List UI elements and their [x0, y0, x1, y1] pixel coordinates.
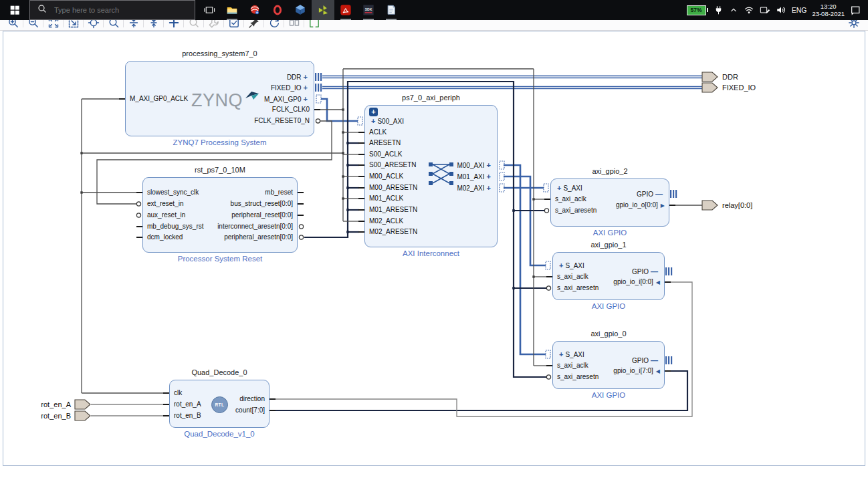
- port-gpio_io_i[0:0][interactable]: gpio_io_i[0:0]◀: [557, 277, 660, 287]
- wifi-icon[interactable]: [744, 5, 754, 15]
- port-mb_reset[interactable]: mb_reset: [147, 187, 293, 198]
- port-label: S00_ACLK: [369, 150, 402, 158]
- volume-icon[interactable]: [776, 5, 786, 15]
- port-FCLK_RESET0_N[interactable]: FCLK_RESET0_N: [130, 116, 310, 126]
- interface-plus-icon[interactable]: +: [487, 172, 491, 180]
- block-title: processing_system7_0: [120, 49, 320, 57]
- port-count[7:0][interactable]: count[7:0]: [174, 405, 265, 416]
- port-label: gpio_io_o[0:0]: [616, 201, 658, 209]
- pen-input-icon[interactable]: [760, 5, 770, 15]
- port-ARESETN[interactable]: ARESETN: [369, 138, 493, 148]
- port-label: M01_AXI: [457, 173, 484, 180]
- port-label: interconnect_aresetn[0:0]: [217, 223, 293, 230]
- port-label: M02_ACLK: [369, 217, 403, 225]
- block-sublabel: AXI GPIO: [508, 391, 709, 399]
- port-label: FIXED_IO: [271, 84, 302, 92]
- port-M02_AXI[interactable]: M02_AXI+: [369, 182, 493, 193]
- port-DDR[interactable]: DDR+: [130, 72, 310, 82]
- file-explorer-taskbar-icon[interactable]: [221, 0, 243, 20]
- app-window: Diagram ?–×: [0, 0, 868, 488]
- port-GPIO[interactable]: GPIO—: [555, 189, 665, 199]
- notes-app-taskbar-icon[interactable]: [380, 0, 403, 20]
- port-label: bus_struct_reset[0:0]: [231, 200, 293, 207]
- port-label: FCLK_RESET0_N: [254, 117, 310, 124]
- port-direction[interactable]: direction: [174, 394, 265, 404]
- battery-indicator[interactable]: 57%: [687, 5, 708, 15]
- block-sublabel: AXI GPIO: [510, 229, 710, 237]
- interface-plus-icon[interactable]: +: [487, 184, 491, 192]
- port-label: S00_AXI: [377, 118, 403, 125]
- port-interconnect_aresetn[0:0][interactable]: interconnect_aresetn[0:0]: [147, 221, 293, 232]
- port-label: ACLK: [369, 128, 387, 136]
- port-gpio_io_i[7:0][interactable]: gpio_io_i[7:0]◀: [557, 366, 660, 376]
- interface-collapse-icon[interactable]: —: [651, 356, 658, 364]
- port-peripheral_aresetn[0:0][interactable]: peripheral_aresetn[0:0]: [147, 232, 293, 243]
- block-title: Quad_Decode_0: [119, 368, 320, 376]
- port-ACLK[interactable]: ACLK: [369, 127, 493, 138]
- block-title: axi_gpio_0: [508, 330, 709, 338]
- port-M_AXI_GP0[interactable]: M_AXI_GP0+: [130, 94, 310, 104]
- xilinx-sdk-taskbar-icon[interactable]: SDK: [357, 0, 380, 20]
- port-label: mb_reset: [265, 189, 293, 196]
- port-S00_AXI[interactable]: +S00_AXI: [369, 116, 493, 126]
- block-title: ps7_0_axi_periph: [331, 94, 532, 102]
- clock[interactable]: 13:20 23-08-2021: [812, 3, 845, 18]
- external-port-label: rot_en_A: [17, 399, 71, 410]
- interface-plus-icon[interactable]: +: [304, 95, 308, 103]
- action-center-icon[interactable]: [850, 5, 861, 16]
- hidden-icons-chevron-icon[interactable]: [729, 5, 738, 15]
- port-label: ARESETN: [369, 139, 401, 146]
- virtualbox-taskbar-icon[interactable]: [289, 0, 312, 20]
- date: 23-08-2021: [812, 10, 845, 17]
- output-arrow-icon: ▶: [661, 203, 665, 209]
- system-tray: 57% ENG 13:20 23-08-2021: [687, 3, 868, 18]
- comm-app-taskbar-icon[interactable]: [243, 0, 266, 20]
- input-arrow-icon: ◀: [656, 279, 660, 285]
- port-M00_AXI[interactable]: M00_AXI+: [369, 160, 493, 170]
- interface-plus-icon[interactable]: +: [304, 73, 308, 81]
- input-arrow-icon: ◀: [656, 368, 660, 374]
- port-FCLK_CLK0[interactable]: FCLK_CLK0: [130, 104, 310, 115]
- port-GPIO[interactable]: GPIO—: [557, 266, 660, 277]
- block-sublabel: AXI GPIO: [508, 302, 709, 310]
- port-gpio_io_o[0:0][interactable]: gpio_io_o[0:0]▶: [555, 200, 665, 211]
- block-sublabel: Quad_Decode_v1_0: [119, 430, 320, 438]
- interface-collapse-icon[interactable]: —: [651, 267, 658, 275]
- port-M01_ARESETN[interactable]: M01_ARESETN: [369, 205, 493, 215]
- interface-plus-icon[interactable]: +: [371, 117, 375, 125]
- task-view-taskbar-icon[interactable]: [198, 0, 221, 20]
- power-plug-icon[interactable]: [714, 5, 724, 15]
- port-M01_ACLK[interactable]: M01_ACLK: [369, 193, 493, 204]
- port-S00_ACLK[interactable]: S00_ACLK: [369, 149, 493, 160]
- port-label: peripheral_reset[0:0]: [231, 211, 293, 219]
- port-label: count[7:0]: [235, 406, 265, 414]
- port-M02_ACLK[interactable]: M02_ACLK: [369, 216, 493, 227]
- port-GPIO[interactable]: GPIO—: [557, 355, 660, 366]
- port-M02_ARESETN[interactable]: M02_ARESETN: [369, 227, 493, 237]
- port-label: M01_ACLK: [369, 195, 403, 202]
- acrobat-taskbar-icon[interactable]: [334, 0, 357, 20]
- port-label: direction: [239, 395, 265, 402]
- port-label: FCLK_CLK0: [272, 106, 310, 113]
- port-peripheral_reset[0:0][interactable]: peripheral_reset[0:0]: [147, 210, 293, 221]
- interface-collapse-icon[interactable]: —: [655, 190, 663, 198]
- port-label: gpio_io_i[0:0]: [613, 278, 653, 285]
- port-label: M01_ARESETN: [369, 206, 417, 213]
- interface-plus-icon[interactable]: +: [304, 84, 308, 92]
- port-label: M02_AXI: [457, 185, 484, 192]
- port-label: DDR: [287, 74, 302, 81]
- search-input[interactable]: [53, 5, 179, 15]
- port-bus_struct_reset[0:0][interactable]: bus_struct_reset[0:0]: [147, 199, 293, 209]
- port-M01_AXI[interactable]: M01_AXI+: [369, 171, 493, 182]
- search-icon: [37, 4, 47, 16]
- start-button[interactable]: [0, 0, 29, 20]
- external-port-label: FIXED_IO: [722, 82, 823, 93]
- interface-plus-icon[interactable]: +: [487, 161, 491, 169]
- block-sublabel: ZYNQ7 Processing System: [120, 138, 320, 146]
- battery-percent: 57%: [691, 7, 702, 13]
- port-FIXED_IO[interactable]: FIXED_IO+: [130, 82, 310, 93]
- language-indicator[interactable]: ENG: [792, 6, 807, 14]
- opera-taskbar-icon[interactable]: [266, 0, 289, 20]
- taskbar-search[interactable]: [29, 0, 195, 20]
- vivado-taskbar-icon[interactable]: [312, 0, 334, 20]
